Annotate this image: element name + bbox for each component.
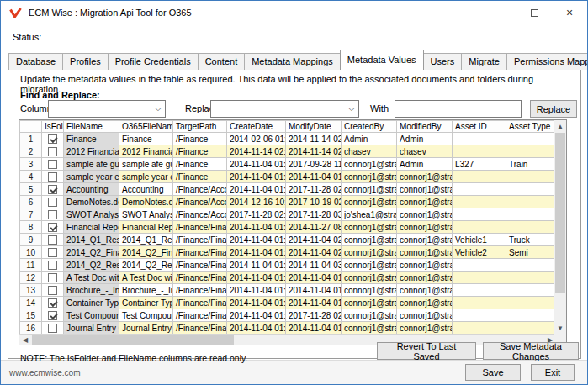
column-header-targetpath[interactable]: TargetPath xyxy=(173,121,227,133)
tab-profiles[interactable]: Profiles xyxy=(62,53,109,70)
cell-asset-type[interactable]: Truck xyxy=(506,234,557,246)
cell-o365-file-name[interactable]: SWOT Analysis.d... xyxy=(119,208,173,221)
cell-asset-type[interactable] xyxy=(506,145,557,158)
cell-target-path[interactable]: /Finance/Financi... xyxy=(173,221,227,234)
column-header-asset-type[interactable]: Asset Type xyxy=(506,121,557,133)
row-number[interactable]: 5 xyxy=(20,183,42,196)
cell-modified-by[interactable]: Admin xyxy=(397,133,453,145)
isfolder-checkbox[interactable] xyxy=(48,185,57,194)
column-dropdown[interactable]: ⌵ xyxy=(48,100,166,118)
row-number[interactable]: 11 xyxy=(20,259,42,272)
cell-file-name[interactable]: Finance xyxy=(64,133,119,145)
isfolder-checkbox[interactable] xyxy=(48,311,57,320)
cell-asset-id[interactable]: L327 xyxy=(453,158,506,171)
cell-create-date[interactable]: 2014-11-04 01:4... xyxy=(227,246,286,259)
isfolder-checkbox[interactable] xyxy=(48,210,57,219)
cell-create-date[interactable]: 2014-12-16 10:4... xyxy=(227,196,286,208)
cell-modified-by[interactable]: connorj1@strate... xyxy=(397,196,453,208)
cell-target-path[interactable]: /Finance/Accou... xyxy=(173,183,227,196)
cell-created-by[interactable]: connorj1@strate... xyxy=(342,246,397,259)
cell-o365-file-name[interactable]: DemoNotes.docx xyxy=(119,196,173,208)
cell-target-path[interactable]: /Finance/Financi... xyxy=(173,259,227,272)
tab-users[interactable]: Users xyxy=(423,53,463,70)
minimize-button[interactable] xyxy=(481,1,516,24)
isfolder-checkbox[interactable] xyxy=(48,298,57,308)
cell-target-path[interactable]: /Finance/Financi... xyxy=(173,284,227,297)
cell-created-by[interactable]: connorj1@strate... xyxy=(342,158,397,171)
cell-modified-by[interactable]: connorj1@strate... xyxy=(397,309,453,322)
cell-asset-id[interactable] xyxy=(453,322,506,335)
cell-asset-type[interactable] xyxy=(506,183,557,196)
cell-modified-by[interactable]: connorj1@strate... xyxy=(397,221,453,234)
cell-created-by[interactable]: connorj1@strate... xyxy=(342,322,397,335)
isfolder-checkbox[interactable] xyxy=(48,286,57,295)
cell-created-by[interactable]: connorj1@strate... xyxy=(342,183,397,196)
cell-target-path[interactable]: /Finance xyxy=(173,158,227,171)
cell-modified-by[interactable]: connorj1@strate... xyxy=(397,171,453,183)
cell-create-date[interactable]: 2014-02-06 01:4... xyxy=(227,133,286,145)
horizontal-scrollbar-thumb[interactable] xyxy=(32,335,234,345)
cell-created-by[interactable]: connorj1@strate... xyxy=(342,272,397,284)
cell-target-path[interactable]: /Finance/Financi... xyxy=(173,309,227,322)
cell-asset-id[interactable] xyxy=(453,145,506,158)
row-number[interactable]: 7 xyxy=(20,208,42,221)
cell-asset-id[interactable] xyxy=(453,297,506,309)
cell-asset-type[interactable] xyxy=(506,259,557,272)
cell-asset-id[interactable] xyxy=(453,284,506,297)
cell-asset-type[interactable] xyxy=(506,208,557,221)
cell-create-date[interactable]: 2014-11-04 01:3... xyxy=(227,297,286,309)
row-number[interactable]: 16 xyxy=(20,322,42,335)
tab-metadata-values[interactable]: Metadata Values xyxy=(340,50,424,70)
cell-asset-type[interactable]: Semi xyxy=(506,246,557,259)
isfolder-checkbox[interactable] xyxy=(48,134,57,144)
cell-create-date[interactable]: 2014-11-04 01:3... xyxy=(227,171,286,183)
isfolder-checkbox[interactable] xyxy=(48,248,57,257)
website-link[interactable]: www.ecmwise.com xyxy=(9,368,80,377)
save-metadata-changes-button[interactable]: Save Metadata Changes xyxy=(483,342,579,360)
isfolder-checkbox[interactable] xyxy=(48,324,57,333)
cell-created-by[interactable]: connorj1@strate... xyxy=(342,196,397,208)
close-button[interactable]: × xyxy=(552,1,587,24)
cell-asset-id[interactable] xyxy=(453,221,506,234)
cell-modify-date[interactable]: 2017-11-28 03:0... xyxy=(286,208,342,221)
cell-modify-date[interactable]: 2014-11-04 01:4... xyxy=(286,272,342,284)
vertical-scrollbar-thumb[interactable] xyxy=(555,133,565,293)
cell-target-path[interactable]: /Finance/Accou... xyxy=(173,196,227,208)
cell-o365-file-name[interactable]: Container Type E... xyxy=(119,297,173,309)
cell-o365-file-name[interactable]: 2014_Q2_Result... xyxy=(119,259,173,272)
cell-modified-by[interactable]: connorj1@strate... xyxy=(397,259,453,272)
row-number[interactable]: 9 xyxy=(20,234,42,246)
cell-asset-id[interactable] xyxy=(453,309,506,322)
cell-asset-type[interactable]: Train xyxy=(506,158,557,171)
cell-file-name[interactable]: Journal Entry Gui... xyxy=(64,322,119,335)
cell-asset-id[interactable] xyxy=(453,208,506,221)
cell-modified-by[interactable]: connorj1@strate... xyxy=(397,322,453,335)
column-header-modifiedby[interactable]: ModifiedBy xyxy=(397,121,453,133)
column-header-filename[interactable]: FileName xyxy=(64,121,119,133)
tab-database[interactable]: Database xyxy=(8,53,63,70)
cell-create-date[interactable]: 2014-11-04 01:4... xyxy=(227,309,286,322)
cell-file-name[interactable]: sample afe guide.... xyxy=(64,158,119,171)
cell-asset-id[interactable] xyxy=(453,196,506,208)
cell-created-by[interactable]: connorj1@strate... xyxy=(342,171,397,183)
row-number[interactable]: 3 xyxy=(20,158,42,171)
cell-modify-date[interactable]: 2014-11-04 01:4... xyxy=(286,297,342,309)
cell-asset-type[interactable] xyxy=(506,284,557,297)
row-number[interactable]: 4 xyxy=(20,171,42,183)
cell-asset-type[interactable] xyxy=(506,221,557,234)
cell-o365-file-name[interactable]: sample afe guide.... xyxy=(119,158,173,171)
cell-create-date[interactable]: 2014-11-04 01:3... xyxy=(227,158,286,171)
cell-modified-by[interactable]: Admin xyxy=(397,158,453,171)
cell-modify-date[interactable]: 2014-11-04 02:5... xyxy=(286,234,342,246)
tab-migrate[interactable]: Migrate xyxy=(461,53,507,70)
scroll-down-icon[interactable]: ▼ xyxy=(554,322,566,334)
vertical-scrollbar[interactable]: ▲ ▼ xyxy=(554,120,566,334)
cell-modified-by[interactable]: connorj1@strate... xyxy=(397,234,453,246)
cell-file-name[interactable]: 2012 Financial A... xyxy=(64,145,119,158)
cell-modified-by[interactable]: chasev xyxy=(397,145,453,158)
row-number[interactable]: 2 xyxy=(20,145,42,158)
cell-asset-type[interactable] xyxy=(506,133,557,145)
cell-create-date[interactable]: 2014-11-04 01:3... xyxy=(227,183,286,196)
isfolder-checkbox[interactable] xyxy=(48,261,57,270)
cell-created-by[interactable]: connorj1@strate... xyxy=(342,309,397,322)
